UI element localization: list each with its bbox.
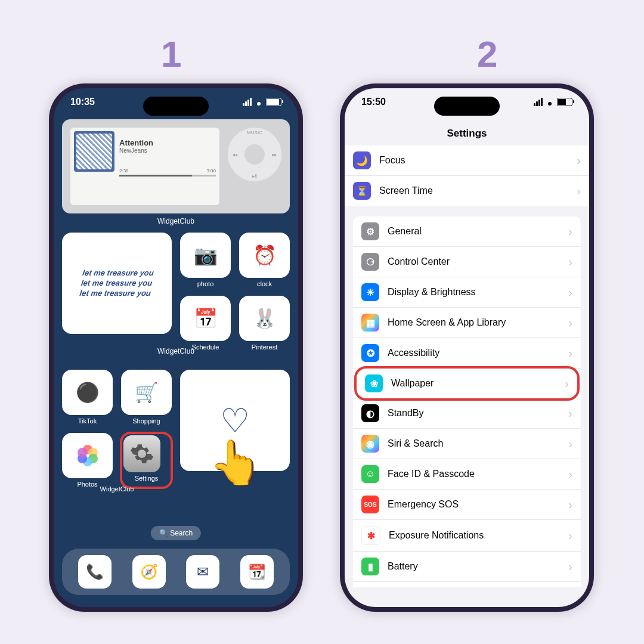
row-icon: ✱ xyxy=(361,526,380,545)
status-time: 15:50 xyxy=(361,97,386,107)
row-label: StandBy xyxy=(388,408,560,419)
step-1-label: 1 xyxy=(161,33,181,75)
settings-app[interactable] xyxy=(123,435,160,472)
clock-app[interactable]: ⏰ xyxy=(239,233,290,278)
tap-indicator: 👆 xyxy=(209,437,262,488)
heart-icon: ♡ xyxy=(220,401,250,440)
settings-row-emergency-sos[interactable]: SOSEmergency SOS› xyxy=(353,490,581,520)
wifi-icon xyxy=(254,98,264,106)
row-icon: SOS xyxy=(361,496,379,513)
battery-icon xyxy=(557,98,572,106)
gear-icon xyxy=(129,441,154,466)
safari-dock-icon[interactable]: 🧭 xyxy=(132,555,166,589)
row-label: Focus xyxy=(379,155,568,166)
row-icon: ◉ xyxy=(361,435,379,453)
photo-app[interactable]: 📷 xyxy=(180,233,231,278)
chevron-icon: › xyxy=(568,529,572,543)
spotlight-search[interactable]: 🔍 Search xyxy=(151,526,201,540)
track-artist: NewJeans xyxy=(119,147,216,154)
settings-group-2: ⚙General›⚆Control Center›☀Display & Brig… xyxy=(353,216,581,587)
chevron-icon: › xyxy=(577,184,581,198)
row-icon: ⏳ xyxy=(353,182,371,200)
pinterest-app[interactable]: 🐰 xyxy=(239,296,290,341)
pointer-icon: 👆 xyxy=(209,437,262,488)
settings-row-focus[interactable]: 🌙Focus› xyxy=(345,145,589,176)
row-label: Screen Time xyxy=(379,185,568,196)
row-icon: ❀ xyxy=(365,374,383,392)
row-icon: ⚆ xyxy=(361,253,379,271)
settings-row-control-center[interactable]: ⚆Control Center› xyxy=(353,247,581,277)
treasure-widget[interactable]: let me treasure youlet me treasure youle… xyxy=(62,233,172,334)
chevron-icon: › xyxy=(568,255,572,269)
dynamic-island xyxy=(143,97,209,116)
mail-dock-icon[interactable]: ✉ xyxy=(186,555,219,589)
track-title: Attention xyxy=(119,138,216,147)
chevron-icon: › xyxy=(568,437,572,451)
settings-row-privacy-security[interactable]: ✋Privacy & Security› xyxy=(353,582,581,587)
chevron-icon: › xyxy=(568,560,572,574)
row-label: Siri & Search xyxy=(388,438,560,449)
dock: 📞 🧭 ✉ 📆 xyxy=(62,549,290,595)
phone-dock-icon[interactable]: 📞 xyxy=(78,555,112,589)
row-icon: ☺ xyxy=(361,465,379,483)
music-widget[interactable]: Attention NewJeans 2:38 3:00 MUSIC ◂◂ ▸▸… xyxy=(62,119,290,213)
settings-group-1: 🌙Focus›⏳Screen Time› xyxy=(345,145,589,206)
widget-label: WidgetClub xyxy=(54,217,298,225)
row-icon: 🌙 xyxy=(353,151,371,169)
cellular-icon xyxy=(534,98,543,106)
row-label: Wallpaper xyxy=(391,378,556,389)
chevron-icon: › xyxy=(568,225,572,239)
schedule-app[interactable]: 📅 xyxy=(180,296,231,341)
step-2-label: 2 xyxy=(477,33,497,75)
settings-row-general[interactable]: ⚙General› xyxy=(353,216,581,247)
settings-highlight: Settings xyxy=(120,432,173,489)
settings-row-battery[interactable]: ▮Battery› xyxy=(353,552,581,582)
chevron-icon: › xyxy=(565,377,569,391)
row-label: Face ID & Passcode xyxy=(388,469,560,479)
row-icon: ◐ xyxy=(361,404,379,422)
settings-row-standby[interactable]: ◐StandBy› xyxy=(353,398,581,429)
row-icon: ✪ xyxy=(361,344,379,362)
dynamic-island xyxy=(434,97,500,116)
calendar-dock-icon[interactable]: 📆 xyxy=(240,555,274,589)
chevron-icon: › xyxy=(568,346,572,360)
row-label: Control Center xyxy=(388,256,560,267)
settings-row-accessibility[interactable]: ✪Accessibility› xyxy=(353,338,581,369)
photos-app[interactable] xyxy=(62,433,113,478)
shopping-app[interactable]: 🛒 xyxy=(121,370,172,415)
row-label: Exposure Notifications xyxy=(389,530,560,541)
chevron-icon: › xyxy=(568,316,572,330)
chevron-icon: › xyxy=(568,498,572,512)
wifi-icon xyxy=(545,98,555,106)
chevron-icon: › xyxy=(568,286,572,299)
row-label: Home Screen & App Library xyxy=(388,317,560,328)
settings-row-screen-time[interactable]: ⏳Screen Time› xyxy=(345,176,589,206)
phone-2-frame: 15:50 Settings 🌙Focus›⏳Screen Time› ⚙Gen… xyxy=(340,83,594,612)
row-label: Accessibility xyxy=(388,348,560,358)
treasure-text: let me treasure youlet me treasure youle… xyxy=(79,268,154,299)
cellular-icon xyxy=(243,98,252,106)
phone-1-screen: 10:35 Attention NewJeans 2:38 3:00 MUSIC… xyxy=(54,88,298,607)
album-art xyxy=(74,131,114,172)
phone-2-screen: 15:50 Settings 🌙Focus›⏳Screen Time› ⚙Gen… xyxy=(345,88,589,607)
row-label: Battery xyxy=(388,561,560,572)
settings-row-home-screen-app-library[interactable]: ▦Home Screen & App Library› xyxy=(353,308,581,338)
row-label: Display & Brightness xyxy=(388,287,560,298)
chevron-icon: › xyxy=(577,154,581,168)
row-icon: ☀ xyxy=(361,283,379,301)
battery-icon xyxy=(266,98,281,106)
row-icon: ▦ xyxy=(361,314,379,332)
settings-row-exposure-notifications[interactable]: ✱Exposure Notifications› xyxy=(353,520,581,552)
settings-row-siri-search[interactable]: ◉Siri & Search› xyxy=(353,429,581,459)
row-label: General xyxy=(388,226,560,237)
chevron-icon: › xyxy=(568,407,572,420)
tiktok-app[interactable]: ⚫ xyxy=(62,370,113,415)
row-icon: ⚙ xyxy=(361,222,379,240)
chevron-icon: › xyxy=(568,467,572,481)
phone-1-frame: 10:35 Attention NewJeans 2:38 3:00 MUSIC… xyxy=(49,83,303,612)
settings-row-wallpaper[interactable]: ❀Wallpaper› xyxy=(354,366,580,401)
status-time: 10:35 xyxy=(70,97,95,107)
ipod-wheel[interactable]: MUSIC ◂◂ ▸▸ ▸Ⅱ xyxy=(228,128,281,181)
settings-row-display-brightness[interactable]: ☀Display & Brightness› xyxy=(353,277,581,308)
settings-row-face-id-passcode[interactable]: ☺Face ID & Passcode› xyxy=(353,459,581,490)
